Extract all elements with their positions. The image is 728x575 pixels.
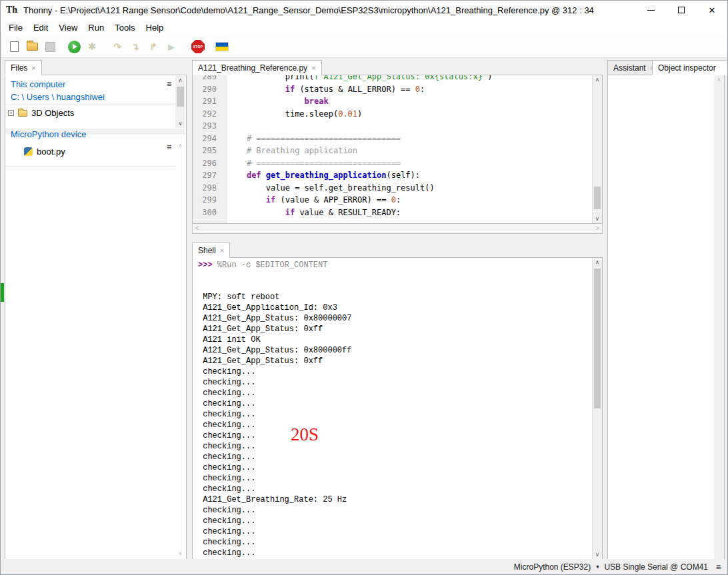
shell-line: checking...: [198, 441, 591, 452]
tab-shell-close-icon[interactable]: ×: [220, 247, 224, 255]
scroll-down-icon[interactable]: ∨: [593, 216, 602, 222]
status-menu-icon[interactable]: ≡: [716, 562, 721, 572]
close-button[interactable]: ✕: [697, 1, 727, 19]
files-scrollbar[interactable]: ∧ ∨: [175, 76, 185, 128]
shell-vscrollbar[interactable]: ∧ ∨: [592, 258, 602, 559]
step-out-icon: ↱: [149, 41, 157, 52]
line-number: 297: [193, 169, 222, 182]
new-file-icon: [10, 41, 19, 52]
maximize-icon: [678, 7, 685, 13]
shell-panel[interactable]: >>> %Run -c $EDITOR_CONTENT MPY: soft re…: [192, 257, 603, 560]
tab-files-label: Files: [11, 63, 27, 73]
save-icon: [45, 42, 55, 52]
menu-edit[interactable]: Edit: [28, 21, 53, 35]
stop-button[interactable]: STOP: [190, 39, 206, 55]
editor-vscrollbar[interactable]: ∧ ∨: [592, 75, 602, 223]
run-button[interactable]: [66, 39, 82, 55]
scroll-right-icon[interactable]: >: [595, 225, 599, 232]
tree-item-3d-objects[interactable]: + 3D Objects: [5, 106, 186, 120]
status-interpreter[interactable]: MicroPython (ESP32): [514, 562, 591, 572]
files-path[interactable]: C: \ Users \ huangshiwei: [5, 91, 186, 103]
new-file-button[interactable]: [6, 39, 22, 55]
step-into-button[interactable]: ↴: [127, 39, 143, 55]
line-number: 299: [193, 194, 222, 207]
save-button[interactable]: [42, 39, 58, 55]
shell-line: checking...: [198, 409, 591, 420]
inspector-panel: ∧: [607, 75, 725, 560]
editor-line: 292 time.sleep(0.01): [193, 108, 591, 121]
shell-line: [198, 271, 591, 281]
shell-line: A121_Get_Breathing_Rate: 25 Hz: [198, 494, 591, 505]
status-port[interactable]: USB Single Serial @ COM41: [604, 562, 708, 572]
scroll-down-icon[interactable]: ∨: [175, 121, 185, 127]
scroll-thumb[interactable]: [594, 187, 601, 209]
menu-help[interactable]: Help: [141, 21, 169, 35]
scroll-down-icon[interactable]: ∨: [593, 552, 602, 558]
scroll-thumb[interactable]: [177, 87, 184, 107]
tab-shell[interactable]: Shell ×: [192, 243, 230, 258]
line-number: 294: [193, 133, 222, 145]
menu-view[interactable]: View: [53, 21, 83, 35]
editor-line: 294 # ==============================: [193, 133, 591, 145]
files-this-computer[interactable]: This computer: [5, 75, 186, 91]
step-out-button[interactable]: ↱: [145, 39, 161, 55]
tab-files-close-icon[interactable]: ×: [31, 64, 35, 72]
debug-button[interactable]: ✱: [84, 39, 100, 55]
editor-line: 298 value = self.get_breathing_result(): [193, 182, 591, 195]
resume-button[interactable]: ▶: [163, 39, 179, 55]
scroll-thumb[interactable]: [594, 269, 601, 408]
menu-tools[interactable]: Tools: [109, 21, 140, 35]
editor-code-area[interactable]: 289 print(f'A121_Get_App_Status: 0x{stat…: [193, 75, 591, 219]
editor-line: 290 if (status & ALL_ERROR) == 0:: [193, 83, 591, 96]
micropython-device-header[interactable]: MicroPython device: [5, 128, 186, 141]
tab-editor[interactable]: A121_Breathing_Reference.py ×: [192, 60, 322, 75]
window-title: Thonny - E:\Project\A121 Range Sensor\Co…: [23, 5, 594, 15]
ukraine-flag-button[interactable]: [214, 39, 230, 55]
debug-bug-icon: ✱: [88, 41, 97, 53]
scroll-up-icon[interactable]: ∧: [593, 77, 602, 83]
tab-editor-close-icon[interactable]: ×: [311, 64, 315, 72]
device-scroll-down-icon[interactable]: ∨: [175, 550, 185, 556]
shell-line: A121 init OK: [198, 334, 591, 345]
menu-file[interactable]: File: [3, 21, 28, 35]
tab-assistant-label: Assistant: [613, 63, 646, 73]
toolbar: ✱ ↷ ↴ ↱ ▶ STOP: [1, 36, 727, 57]
shell-output-area[interactable]: >>> %Run -c $EDITOR_CONTENT MPY: soft re…: [193, 260, 591, 560]
shell-line: checking...: [198, 377, 591, 388]
minimize-button[interactable]: [635, 1, 666, 19]
editor-line: 289 print(f'A121_Get_App_Status: 0x{stat…: [193, 75, 591, 83]
scroll-up-icon[interactable]: ∧: [593, 259, 602, 265]
editor-line: 296 # ==============================: [193, 157, 591, 170]
editor-hscrollbar[interactable]: < >: [192, 224, 603, 234]
shell-line: checking...: [198, 484, 591, 494]
device-menu-icon[interactable]: ≡: [167, 143, 171, 152]
menu-run[interactable]: Run: [83, 21, 109, 35]
scroll-up-icon[interactable]: ∧: [175, 77, 185, 83]
maximize-button[interactable]: [666, 1, 697, 19]
background-app-strip: [1, 283, 4, 302]
files-menu-icon[interactable]: ≡: [167, 79, 171, 89]
tab-object-inspector[interactable]: Object inspector: [652, 60, 728, 75]
expand-icon[interactable]: +: [8, 110, 14, 116]
scroll-left-icon[interactable]: <: [195, 225, 199, 232]
menu-bar: File Edit View Run Tools Help: [1, 19, 727, 36]
editor-line: 299 if (value & APP_ERROR) == 0:: [193, 194, 591, 207]
minimize-icon: [647, 10, 655, 11]
shell-line: A121_Get_App_Status: 0x80000007: [198, 313, 591, 324]
inspector-vscrollbar[interactable]: ∧: [714, 75, 724, 559]
tab-files[interactable]: Files ×: [5, 60, 42, 75]
editor-line: 293: [193, 120, 591, 133]
resume-icon: ▶: [168, 42, 175, 52]
scroll-up-icon[interactable]: ∧: [714, 77, 724, 83]
stop-icon: STOP: [191, 40, 205, 53]
step-into-icon: ↴: [131, 41, 139, 52]
shell-line: checking...: [198, 526, 591, 537]
open-file-button[interactable]: [24, 39, 40, 55]
editor-panel[interactable]: 289 print(f'A121_Get_App_Status: 0x{stat…: [192, 75, 603, 224]
status-bullet: •: [596, 562, 599, 572]
device-file-bootpy[interactable]: boot.py: [5, 145, 186, 159]
device-scroll-up-icon[interactable]: ∧: [175, 143, 185, 149]
ukraine-flag-icon: [215, 42, 229, 51]
step-over-button[interactable]: ↷: [109, 39, 125, 55]
thonny-app-icon: Th: [6, 5, 17, 15]
